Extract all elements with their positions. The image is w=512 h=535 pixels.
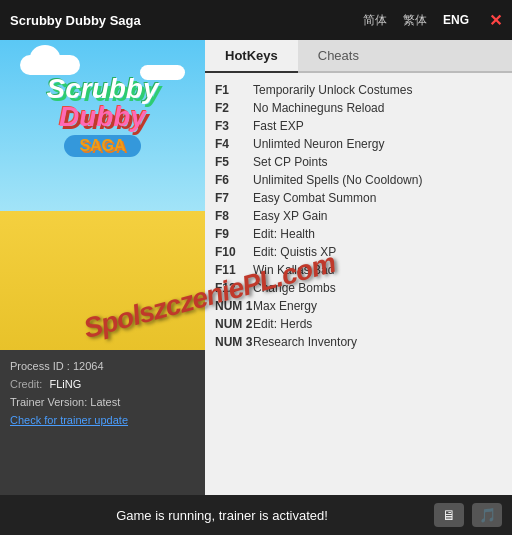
lang-simplified[interactable]: 简体 (359, 10, 391, 31)
hotkey-row: F7Easy Combat Summon (215, 189, 502, 207)
lang-english[interactable]: ENG (439, 11, 473, 29)
info-panel: Process ID : 12064 Credit: FLiNG Trainer… (0, 350, 205, 495)
hotkey-key: NUM 3 (215, 335, 253, 349)
hotkey-row: F11Win Kallas Bad (215, 261, 502, 279)
hotkey-key: F2 (215, 101, 253, 115)
language-buttons: 简体 繁体 ENG ✕ (359, 10, 502, 31)
hotkey-desc: Research Inventory (253, 335, 357, 349)
hotkey-row: F12Change Bombs (215, 279, 502, 297)
monitor-icon[interactable]: 🖥 (434, 503, 464, 527)
main-area: Scrubby Dubby SAGA Process ID : 12064 Cr… (0, 40, 512, 495)
right-panel: HotKeys Cheats F1Temporarily Unlock Cost… (205, 40, 512, 495)
hotkey-row: F2No Machineguns Reload (215, 99, 502, 117)
tab-hotkeys[interactable]: HotKeys (205, 40, 298, 73)
title-bar: Scrubby Dubby Saga 简体 繁体 ENG ✕ (0, 0, 512, 40)
hotkey-key: NUM 1 (215, 299, 253, 313)
hotkey-desc: Edit: Quistis XP (253, 245, 336, 259)
hotkey-row: F1Temporarily Unlock Costumes (215, 81, 502, 99)
hotkey-desc: Fast EXP (253, 119, 304, 133)
credit-row: Credit: FLiNG (10, 378, 195, 390)
hotkey-key: F10 (215, 245, 253, 259)
hotkey-desc: Set CP Points (253, 155, 327, 169)
hotkey-row: F3Fast EXP (215, 117, 502, 135)
hotkey-key: F9 (215, 227, 253, 241)
hotkey-desc: Edit: Herds (253, 317, 312, 331)
left-panel: Scrubby Dubby SAGA Process ID : 12064 Cr… (0, 40, 205, 495)
process-id: Process ID : 12064 (10, 360, 195, 372)
hotkey-row: F10Edit: Quistis XP (215, 243, 502, 261)
logo-saga: SAGA (64, 135, 140, 157)
hotkey-row: NUM 1Max Energy (215, 297, 502, 315)
status-message: Game is running, trainer is activated! (10, 508, 434, 523)
status-bar: Game is running, trainer is activated! 🖥… (0, 495, 512, 535)
hotkey-key: F5 (215, 155, 253, 169)
hotkey-row: F9Edit: Health (215, 225, 502, 243)
tab-bar: HotKeys Cheats (205, 40, 512, 73)
hotkey-row: F5Set CP Points (215, 153, 502, 171)
hotkey-key: F1 (215, 83, 253, 97)
hotkey-key: NUM 2 (215, 317, 253, 331)
hotkey-desc: Unlimted Neuron Energy (253, 137, 384, 151)
logo-dubby: Dubby (13, 103, 193, 131)
hotkey-key: F7 (215, 191, 253, 205)
close-button[interactable]: ✕ (489, 11, 502, 30)
hotkey-desc: Easy XP Gain (253, 209, 327, 223)
game-image: Scrubby Dubby SAGA (0, 40, 205, 350)
credit-label: Credit: (10, 378, 42, 390)
credit-value: FLiNG (49, 378, 81, 390)
hotkey-key: F12 (215, 281, 253, 295)
hotkey-desc: Easy Combat Summon (253, 191, 376, 205)
lang-traditional[interactable]: 繁体 (399, 10, 431, 31)
hotkey-desc: Edit: Health (253, 227, 315, 241)
hotkey-row: F8Easy XP Gain (215, 207, 502, 225)
hotkey-row: NUM 3Research Inventory (215, 333, 502, 351)
hotkey-desc: No Machineguns Reload (253, 101, 384, 115)
trainer-version: Trainer Version: Latest (10, 396, 195, 408)
hotkey-desc: Temporarily Unlock Costumes (253, 83, 412, 97)
update-link[interactable]: Check for trainer update (10, 414, 195, 426)
hotkey-key: F4 (215, 137, 253, 151)
hotkey-desc: Win Kallas Bad (253, 263, 334, 277)
app-title: Scrubby Dubby Saga (10, 13, 359, 28)
hotkey-key: F3 (215, 119, 253, 133)
music-icon[interactable]: 🎵 (472, 503, 502, 527)
hotkey-desc: Max Energy (253, 299, 317, 313)
hotkey-key: F6 (215, 173, 253, 187)
hotkey-key: F8 (215, 209, 253, 223)
game-logo: Scrubby Dubby SAGA (13, 75, 193, 157)
hotkey-desc: Unlimited Spells (No Cooldown) (253, 173, 422, 187)
status-icons: 🖥 🎵 (434, 503, 502, 527)
hotkey-row: F6Unlimited Spells (No Cooldown) (215, 171, 502, 189)
hotkeys-list: F1Temporarily Unlock CostumesF2No Machin… (205, 73, 512, 495)
hotkey-row: NUM 2Edit: Herds (215, 315, 502, 333)
tab-cheats[interactable]: Cheats (298, 40, 379, 71)
hotkey-desc: Change Bombs (253, 281, 336, 295)
hotkey-row: F4Unlimted Neuron Energy (215, 135, 502, 153)
hotkey-key: F11 (215, 263, 253, 277)
logo-scrubby: Scrubby (13, 75, 193, 103)
